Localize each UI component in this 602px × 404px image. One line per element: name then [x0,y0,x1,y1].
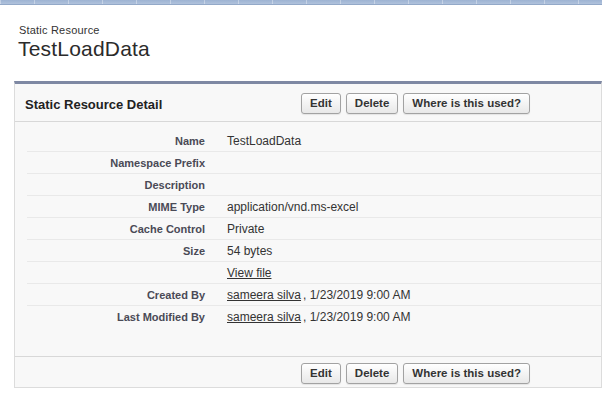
view-file-link[interactable]: View file [227,266,271,280]
panel-header: Static Resource Detail Edit Delete Where… [15,84,601,122]
detail-row-cache-control: Cache Control Private [27,218,601,240]
field-value-name: TestLoadData [227,134,301,148]
field-label-mime-type: MIME Type [27,201,205,213]
bottom-button-group: Edit Delete Where is this used? [301,363,530,384]
field-label-created-by: Created By [27,289,205,301]
field-label-last-modified-by: Last Modified By [27,311,205,323]
field-value-size: 54 bytes [227,244,272,258]
detail-row-namespace-prefix: Namespace Prefix [27,152,601,174]
delete-button-bottom[interactable]: Delete [346,363,399,384]
last-modified-by-datetime: , 1/23/2019 9:00 AM [301,310,410,324]
edit-button[interactable]: Edit [301,93,341,114]
edit-button-bottom[interactable]: Edit [301,363,341,384]
panel-footer: Edit Delete Where is this used? [15,356,601,390]
entity-type-label: Static Resource [19,24,602,36]
field-label-name: Name [27,135,205,147]
field-label-namespace-prefix: Namespace Prefix [27,157,205,169]
static-resource-detail-panel: Static Resource Detail Edit Delete Where… [14,81,602,388]
page-title: TestLoadData [18,37,602,61]
field-label-description: Description [27,179,205,191]
where-is-this-used-button-bottom[interactable]: Where is this used? [403,363,530,384]
detail-row-description: Description [27,174,601,196]
delete-button[interactable]: Delete [346,93,399,114]
field-label-cache-control: Cache Control [27,223,205,235]
detail-row-name: Name TestLoadData [27,130,601,152]
where-is-this-used-button[interactable]: Where is this used? [403,93,530,114]
field-value-mime-type: application/vnd.ms-excel [227,200,358,214]
detail-row-created-by: Created By sameera silva, 1/23/2019 9:00… [27,284,601,306]
detail-row-mime-type: MIME Type application/vnd.ms-excel [27,196,601,218]
created-by-user-link[interactable]: sameera silva [227,288,301,302]
page-header: Static Resource TestLoadData [19,24,602,61]
field-value-cache-control: Private [227,222,264,236]
detail-rows: Name TestLoadData Namespace Prefix Descr… [15,122,601,356]
detail-row-view-file: View file [27,262,601,284]
detail-row-last-modified-by: Last Modified By sameera silva, 1/23/201… [27,306,601,328]
created-by-datetime: , 1/23/2019 9:00 AM [301,288,410,302]
last-modified-by-user-link[interactable]: sameera silva [227,310,301,324]
top-button-group: Edit Delete Where is this used? [301,93,530,114]
detail-row-size: Size 54 bytes [27,240,601,262]
field-label-size: Size [27,245,205,257]
browser-chrome-strip [0,0,602,5]
